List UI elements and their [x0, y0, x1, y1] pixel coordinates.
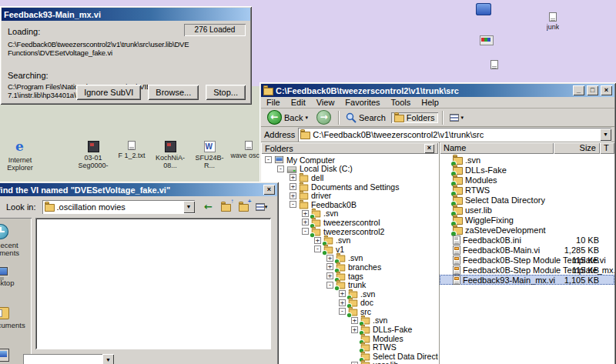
menu-item[interactable]: Edit	[286, 98, 311, 107]
file-row[interactable]: Modules	[440, 175, 614, 185]
file-row[interactable]: Feedback0B-Step Module Template_mx.vi 11…	[440, 265, 614, 275]
views-button[interactable]: ▾	[447, 113, 467, 122]
address-dropdown-button[interactable]: ▼	[600, 129, 611, 141]
expand-toggle[interactable]: -	[314, 245, 321, 252]
menu-item[interactable]: File	[261, 98, 286, 107]
expand-toggle[interactable]: -	[339, 308, 346, 315]
desktop-icon[interactable]: SFU24B-R...	[191, 141, 228, 169]
up-one-level-button[interactable]: ↑	[220, 201, 233, 213]
tree-item[interactable]: + driver	[261, 191, 438, 200]
folders-pane-close-button[interactable]: ×	[424, 144, 434, 153]
look-in-select[interactable]: .oscillation movies ▼	[42, 200, 195, 214]
file-name-input[interactable]: ▼	[23, 354, 114, 364]
new-folder-button[interactable]: +	[238, 201, 250, 213]
tree-item[interactable]: - Local Disk (C:)	[261, 165, 438, 174]
find-dialog-titlebar[interactable]: Please find the VI named "DVESetVoltage_…	[0, 183, 277, 196]
tree-item[interactable]: + .svn	[261, 316, 438, 326]
column-header-name[interactable]: Name	[440, 142, 554, 154]
file-row[interactable]: Feedback0B-Step Module Template.vi 115 K…	[440, 255, 614, 265]
tree-item[interactable]: + user.lib	[261, 361, 438, 364]
menu-item[interactable]: Tools	[386, 98, 417, 107]
explorer-titlebar[interactable]: C:\Feedback0B\tweezerscontrol2\v1\trunk\…	[261, 84, 614, 97]
tree-item[interactable]: - tweezerscontrol2	[261, 227, 438, 236]
tree-item[interactable]: - trunk	[261, 280, 438, 289]
tree-item[interactable]: + .svn	[261, 235, 438, 245]
file-row[interactable]: Feedback93-Main_mx.vi 1,105 KB	[440, 275, 614, 285]
close-button[interactable]: ×	[601, 85, 612, 95]
views-menu-button[interactable]: ▾	[256, 201, 268, 213]
file-row[interactable]: .svn	[440, 155, 614, 165]
tree-item[interactable]: + branches	[261, 262, 438, 272]
search-button[interactable]: Search	[343, 112, 389, 124]
tree-item[interactable]: + .svn	[261, 209, 438, 219]
maximize-button[interactable]: □	[587, 85, 598, 95]
desktop-icon[interactable]: Internet Explorer	[2, 141, 38, 172]
address-input[interactable]: C:\Feedback0B\tweezerscontrol2\v1\trunk\…	[298, 128, 611, 142]
file-row[interactable]: DLLs-Fake	[440, 165, 614, 175]
desktop-icon[interactable]: F 1_2.txt	[113, 141, 150, 159]
desktop-icon[interactable]: junk	[534, 12, 571, 31]
tree-item[interactable]: - Feedback0B	[261, 200, 438, 209]
file-row[interactable]: Feedback0B.ini 10 KB	[440, 235, 614, 245]
dialog-button[interactable]: Browse...	[148, 85, 199, 100]
expand-toggle[interactable]: +	[290, 192, 296, 199]
expand-toggle[interactable]: +	[339, 299, 346, 306]
back-dropdown-icon[interactable]: ▾	[305, 115, 308, 121]
file-row[interactable]: user.lib	[440, 205, 614, 215]
expand-toggle[interactable]: +	[302, 210, 309, 217]
places-item[interactable]: My Documents	[0, 307, 32, 349]
tree-item[interactable]: Select Data Directory	[261, 352, 438, 361]
loading-dialog-titlebar[interactable]: Feedback93-Main_mx.vi	[2, 8, 250, 21]
tree-item[interactable]: + tags	[261, 272, 438, 281]
tree-item[interactable]: + doc	[261, 299, 438, 308]
look-in-dropdown-button[interactable]: ▼	[183, 201, 195, 213]
menu-item[interactable]: Favorites	[340, 98, 385, 107]
expand-toggle[interactable]: +	[339, 290, 346, 297]
menu-item[interactable]: Help	[416, 98, 444, 107]
back-folder-button[interactable]: ←	[203, 201, 215, 213]
tree-item[interactable]: - src	[261, 307, 438, 316]
file-row[interactable]: zaSteveDevelopment	[440, 225, 614, 235]
folders-button[interactable]: Folders	[391, 112, 438, 123]
dialog-button[interactable]: Ignore SubVI	[76, 85, 141, 100]
expand-toggle[interactable]: +	[351, 317, 358, 324]
column-header-type[interactable]: T	[600, 142, 614, 154]
expand-toggle[interactable]: +	[326, 263, 333, 270]
tree-item[interactable]: RTWS	[261, 342, 438, 352]
desktop-icon[interactable]: 03-01 Seg0000-48...	[75, 141, 112, 170]
desktop-icon[interactable]: KochNiA-08...	[152, 141, 189, 169]
desktop-icon[interactable]	[468, 35, 505, 45]
tree-item[interactable]: Modules	[261, 334, 438, 343]
dialog-file-list[interactable]	[35, 218, 271, 349]
minimize-button[interactable]: _	[573, 85, 584, 95]
close-button[interactable]: ×	[263, 185, 275, 195]
desktop-icon[interactable]	[476, 60, 513, 69]
desktop-icon[interactable]	[465, 3, 502, 15]
file-name-dropdown-button[interactable]: ▼	[102, 354, 114, 364]
tree-item[interactable]: + tweezerscontrol	[261, 218, 438, 227]
file-row[interactable]: RTWS	[440, 185, 614, 195]
expand-toggle[interactable]: -	[277, 165, 284, 172]
tree-item[interactable]: + Documents and Settings	[261, 182, 438, 192]
expand-toggle[interactable]: +	[326, 272, 333, 279]
back-button[interactable]: ← Back ▾	[264, 109, 311, 125]
file-row[interactable]: Select Data Directory	[440, 195, 614, 205]
expand-toggle[interactable]: -	[290, 201, 296, 208]
expand-toggle[interactable]: +	[290, 183, 296, 190]
dialog-button[interactable]: Stop...	[206, 85, 246, 100]
tree-item[interactable]: + dell	[261, 173, 438, 182]
forward-button[interactable]: →	[313, 109, 334, 125]
menu-item[interactable]: View	[311, 98, 340, 107]
expand-toggle[interactable]: -	[326, 282, 333, 289]
expand-toggle[interactable]: +	[351, 326, 358, 333]
expand-toggle[interactable]: -	[265, 156, 272, 163]
expand-toggle[interactable]: +	[314, 237, 321, 244]
tree-item[interactable]: - v1	[261, 245, 438, 254]
expand-toggle[interactable]: -	[302, 228, 309, 235]
column-header-size[interactable]: Size	[554, 142, 600, 154]
expand-toggle[interactable]: +	[290, 174, 296, 181]
tree-item[interactable]: + .svn	[261, 254, 438, 263]
places-item[interactable]: Desktop	[0, 265, 32, 307]
file-row[interactable]: WiggleFixing	[440, 215, 614, 225]
tree-item[interactable]: - My Computer	[261, 155, 438, 165]
